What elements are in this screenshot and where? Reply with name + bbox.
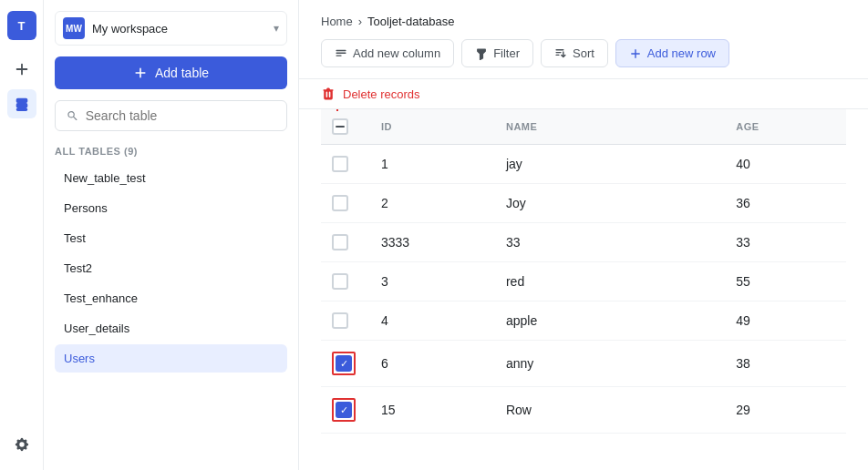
row-name: jay	[491, 145, 721, 184]
row-age: 33	[721, 223, 846, 262]
table-container: ID NAME AGE 1jay402Joy36333333333red554a…	[299, 109, 868, 470]
filter-button[interactable]: Filter	[461, 39, 533, 67]
row-checkbox[interactable]	[332, 195, 348, 211]
table-row: 4apple49	[321, 301, 846, 341]
row-id: 3	[367, 262, 491, 301]
breadcrumb-current: Tooljet-database	[367, 15, 454, 28]
row-id: 1	[367, 145, 491, 184]
sidebar-table-item[interactable]: Persons	[55, 194, 287, 222]
sidebar-table-item[interactable]: Users	[55, 344, 287, 373]
header-checkbox[interactable]	[332, 118, 348, 135]
workspace-selector[interactable]: MW My workspace ▾	[55, 11, 287, 46]
row-age: 29	[721, 387, 846, 434]
row-age: 49	[721, 301, 846, 341]
delete-bar-container: Delete records	[299, 79, 868, 109]
workspace-name: My workspace	[92, 22, 266, 36]
row-checkbox[interactable]: ✓	[336, 355, 352, 372]
database-nav-icon[interactable]	[7, 89, 36, 118]
row-name: red	[491, 262, 721, 301]
table-row: ✓15Row29	[321, 387, 846, 434]
delete-icon	[321, 87, 336, 101]
header-age: AGE	[721, 109, 846, 145]
data-table: ID NAME AGE 1jay402Joy36333333333red554a…	[321, 109, 846, 434]
row-checkbox-cell	[321, 262, 367, 301]
breadcrumb-separator: ›	[358, 15, 362, 28]
row-id: 2	[367, 184, 491, 223]
row-name: Joy	[491, 184, 721, 223]
header-checkbox-cell	[321, 109, 367, 145]
row-id: 4	[367, 301, 491, 341]
sidebar-table-item[interactable]: Test_enhance	[55, 284, 287, 312]
add-table-button[interactable]: Add table	[55, 56, 287, 89]
table-row: 2Joy36	[321, 184, 846, 223]
row-age: 55	[721, 262, 846, 301]
row-age: 38	[721, 341, 846, 387]
row-checkbox-cell	[321, 301, 367, 341]
sidebar-table-item[interactable]: New_table_test	[55, 164, 287, 192]
main-content: Home › Tooljet-database Add new column F…	[299, 0, 868, 470]
sidebar-table-item[interactable]: User_details	[55, 314, 287, 342]
header-name: NAME	[491, 109, 721, 145]
row-checkbox-cell	[321, 184, 367, 223]
sidebar-table-item[interactable]: Test	[55, 224, 287, 252]
row-name: apple	[491, 301, 721, 341]
app-avatar[interactable]: T	[7, 11, 36, 40]
row-id: 15	[367, 387, 491, 434]
row-checkbox[interactable]: ✓	[336, 402, 352, 418]
row-checkbox-cell	[321, 223, 367, 262]
workspace-avatar: MW	[63, 17, 85, 39]
add-column-button[interactable]: Add new column	[321, 39, 454, 67]
row-checkbox-cell	[321, 145, 367, 184]
tables-section-label: ALL TABLES (9)	[55, 142, 287, 164]
breadcrumb: Home › Tooljet-database	[321, 15, 846, 28]
row-name: anny	[491, 341, 721, 387]
row-checkbox-cell: ✓	[321, 387, 367, 434]
main-header: Home › Tooljet-database Add new column F…	[299, 0, 868, 79]
row-name: Row	[491, 387, 721, 434]
toolbar: Add new column Filter Sort Add new row	[321, 39, 846, 67]
tables-list: New_table_testPersonsTestTest2Test_enhan…	[55, 164, 287, 373]
row-id: 3333	[367, 223, 491, 262]
workspace-chevron-icon: ▾	[274, 22, 279, 35]
table-header-row: ID NAME AGE	[321, 109, 846, 145]
delete-records-button[interactable]: Delete records	[343, 87, 420, 101]
row-checkbox[interactable]	[332, 234, 348, 250]
sidebar: MW My workspace ▾ Add table ALL TABLES (…	[44, 0, 299, 470]
row-age: 40	[721, 145, 846, 184]
row-checkbox[interactable]	[332, 273, 348, 290]
table-body: 1jay402Joy36333333333red554apple49✓6anny…	[321, 145, 846, 434]
red-arrow-line	[336, 109, 338, 111]
left-icon-rail: T	[0, 0, 44, 470]
table-row: 33333333	[321, 223, 846, 262]
row-checkbox[interactable]	[332, 312, 348, 329]
row-id: 6	[367, 341, 491, 387]
row-name: 33	[491, 223, 721, 262]
row-age: 36	[721, 184, 846, 223]
table-row: 3red55	[321, 262, 846, 301]
sidebar-table-item[interactable]: Test2	[55, 254, 287, 282]
add-row-button[interactable]: Add new row	[615, 39, 729, 67]
breadcrumb-home[interactable]: Home	[321, 15, 353, 28]
add-nav-icon[interactable]	[7, 55, 36, 84]
search-input[interactable]	[86, 108, 275, 123]
delete-bar: Delete records	[299, 79, 868, 109]
sort-button[interactable]: Sort	[541, 39, 608, 67]
table-wrapper: ID NAME AGE 1jay402Joy36333333333red554a…	[321, 109, 846, 434]
header-id: ID	[367, 109, 491, 145]
search-box[interactable]	[55, 100, 287, 131]
table-row: 1jay40	[321, 145, 846, 184]
settings-nav-icon[interactable]	[7, 430, 36, 459]
row-checkbox-cell: ✓	[321, 341, 367, 387]
table-row: ✓6anny38	[321, 341, 846, 387]
row-checkbox[interactable]	[332, 156, 348, 172]
tables-section: ALL TABLES (9) New_table_testPersonsTest…	[55, 142, 287, 459]
